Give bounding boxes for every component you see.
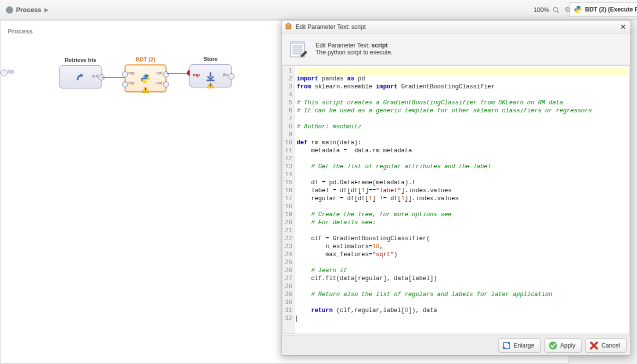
dialog-title-text: Edit Parameter Text: script <box>296 23 366 30</box>
process-start-port[interactable] <box>0 69 8 76</box>
svg-point-22 <box>578 11 580 12</box>
dialog-header-subtitle: The python script to execute. <box>316 49 392 56</box>
zoom-reset-icon[interactable] <box>551 5 561 15</box>
warning-icon <box>207 82 214 88</box>
in-port[interactable] <box>122 71 128 77</box>
port-label: out <box>92 73 98 78</box>
port-label: out <box>156 70 162 75</box>
button-label: Cancel <box>602 342 620 349</box>
dialog-header: Edit Parameter Text: script The python s… <box>282 33 630 64</box>
toolbar: Process ▶ 100% <box>0 0 637 20</box>
port-label: inp <box>128 80 134 85</box>
svg-point-23 <box>144 75 145 76</box>
svg-rect-26 <box>145 91 146 92</box>
code-content[interactable]: import pandas as pdfrom sklearn.ensemble… <box>294 66 629 334</box>
python-icon <box>574 5 582 13</box>
dialog-icon <box>284 22 292 31</box>
process-node-icon <box>6 6 13 13</box>
edit-parameter-dialog: Edit Parameter Text: script ✕ Edit Param… <box>281 20 631 356</box>
python-icon <box>140 74 150 85</box>
operator-store[interactable]: Store inp thr <box>190 64 232 87</box>
in-port[interactable] <box>122 81 128 87</box>
svg-line-1 <box>557 11 559 13</box>
svg-rect-32 <box>290 42 304 44</box>
canvas-label: Process <box>8 27 33 35</box>
operator-title: Store <box>180 56 241 62</box>
svg-rect-30 <box>286 25 291 29</box>
operator-retrieve-iris[interactable]: Retrieve Iris out <box>60 65 102 88</box>
line-gutter: 1234567891011121314151617181920212223242… <box>283 66 294 334</box>
dialog-button-bar: Enlarge Apply Cancel <box>282 335 630 355</box>
connection[interactable] <box>102 77 124 78</box>
operator-title: Retrieve Iris <box>50 57 111 63</box>
retrieve-icon <box>74 71 86 83</box>
dialog-header-title: Edit Parameter Text: script <box>316 42 392 49</box>
cancel-button[interactable]: Cancel <box>585 339 626 353</box>
port-label: out <box>156 80 162 85</box>
out-port[interactable] <box>228 73 234 79</box>
right-panel-tab-label: BDT (2) (Execute P <box>585 6 637 13</box>
enlarge-button[interactable]: Enlarge <box>498 339 540 353</box>
breadcrumb-title: Process <box>16 6 42 13</box>
port-label: thr <box>222 72 228 77</box>
apply-button[interactable]: Apply <box>544 339 582 353</box>
breadcrumb[interactable]: Process ▶ <box>0 6 48 13</box>
svg-point-24 <box>146 81 148 82</box>
process-start-port-label: inp <box>8 69 14 74</box>
svg-rect-28 <box>210 84 211 86</box>
chevron-right-icon: ▶ <box>44 7 48 12</box>
close-icon[interactable]: ✕ <box>618 22 628 31</box>
dialog-titlebar[interactable]: Edit Parameter Text: script ✕ <box>282 20 630 33</box>
script-editor[interactable]: 1234567891011121314151617181920212223242… <box>282 65 630 334</box>
svg-rect-25 <box>145 88 146 90</box>
zoom-label: 100% <box>534 6 549 13</box>
out-port[interactable] <box>163 71 169 77</box>
connection[interactable] <box>166 73 190 74</box>
warning-icon <box>142 87 149 93</box>
operator-title: BDT (2) <box>116 56 176 62</box>
button-label: Apply <box>560 342 576 349</box>
port-label: inp <box>128 70 134 75</box>
svg-point-39 <box>549 342 557 350</box>
operator-bdt[interactable]: BDT (2) inp inp out out <box>124 64 166 92</box>
notepad-icon <box>288 39 308 59</box>
button-label: Enlarge <box>514 342 534 349</box>
check-icon <box>548 341 558 350</box>
svg-rect-29 <box>210 87 211 88</box>
cancel-icon <box>590 341 598 350</box>
out-port[interactable] <box>163 81 169 87</box>
port-label: inp <box>193 72 200 77</box>
svg-point-0 <box>554 7 558 11</box>
enlarge-icon <box>502 342 510 350</box>
right-panel-tab[interactable]: BDT (2) (Execute P <box>570 2 637 17</box>
svg-point-21 <box>576 6 578 7</box>
store-icon <box>204 70 216 82</box>
